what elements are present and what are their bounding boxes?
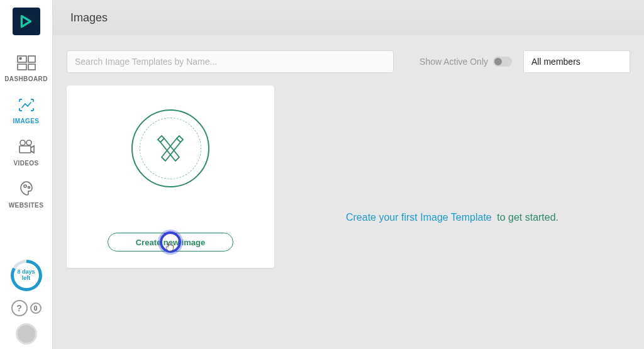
help-icon: ? xyxy=(11,300,28,316)
svg-point-1 xyxy=(19,58,21,60)
svg-point-9 xyxy=(28,187,30,189)
brush-pencil-icon xyxy=(153,131,188,166)
empty-state-message: Create your first Image Template to get … xyxy=(274,86,630,349)
svg-rect-4 xyxy=(28,64,35,70)
help-count-badge: 0 xyxy=(30,302,42,314)
show-active-label: Show Active Only xyxy=(419,57,488,67)
member-filter-value: All members xyxy=(531,57,580,67)
create-new-image-button[interactable]: Create new image xyxy=(108,233,233,252)
svg-rect-3 xyxy=(18,64,26,70)
svg-rect-7 xyxy=(19,146,31,153)
page-header: Images xyxy=(53,0,644,35)
svg-rect-0 xyxy=(18,56,26,62)
svg-point-6 xyxy=(26,140,31,145)
page-title: Images xyxy=(70,11,108,25)
images-icon xyxy=(16,96,36,114)
sidebar-item-label: WEBSITES xyxy=(9,202,43,209)
avatar[interactable] xyxy=(18,325,35,343)
trial-days-ring[interactable]: 8 days left xyxy=(11,260,42,291)
sidebar-item-dashboard[interactable]: DASHBOARD xyxy=(4,48,49,90)
svg-point-8 xyxy=(24,185,26,187)
sidebar-item-videos[interactable]: VIDEOS xyxy=(4,132,49,174)
toolbar: Show Active Only All members xyxy=(67,35,630,86)
create-first-template-link[interactable]: Create your first Image Template xyxy=(346,212,492,223)
content: Create new image Create your first Image… xyxy=(53,86,644,349)
app-logo[interactable] xyxy=(13,8,40,35)
empty-state-suffix: to get started. xyxy=(494,212,558,223)
main: Images Show Active Only All members Crea… xyxy=(53,0,644,349)
show-active-toggle-wrap: Show Active Only xyxy=(419,57,512,67)
sidebar: DASHBOARD IMAGES VIDEOS xyxy=(0,0,53,349)
member-filter-select[interactable]: All members xyxy=(523,50,630,73)
videos-icon xyxy=(16,138,36,156)
sidebar-item-label: IMAGES xyxy=(13,118,40,125)
sidebar-bottom: 8 days left ? 0 xyxy=(0,260,52,349)
create-illustration xyxy=(131,109,209,187)
show-active-toggle[interactable] xyxy=(493,57,512,67)
play-arrow-icon xyxy=(18,13,35,30)
svg-point-5 xyxy=(20,140,25,145)
sidebar-item-label: DASHBOARD xyxy=(4,75,48,82)
search-input[interactable] xyxy=(67,50,394,73)
dashboard-icon xyxy=(16,54,36,72)
create-button-label: Create new image xyxy=(136,238,206,247)
websites-icon xyxy=(16,180,36,198)
sidebar-item-label: VIDEOS xyxy=(13,160,38,167)
sidebar-item-images[interactable]: IMAGES xyxy=(4,90,49,132)
help-button[interactable]: ? 0 xyxy=(11,300,42,316)
create-image-card: Create new image xyxy=(67,86,274,268)
trial-days-label: 8 days left xyxy=(14,263,39,288)
svg-rect-2 xyxy=(28,56,35,62)
sidebar-item-websites[interactable]: WEBSITES xyxy=(4,174,49,216)
